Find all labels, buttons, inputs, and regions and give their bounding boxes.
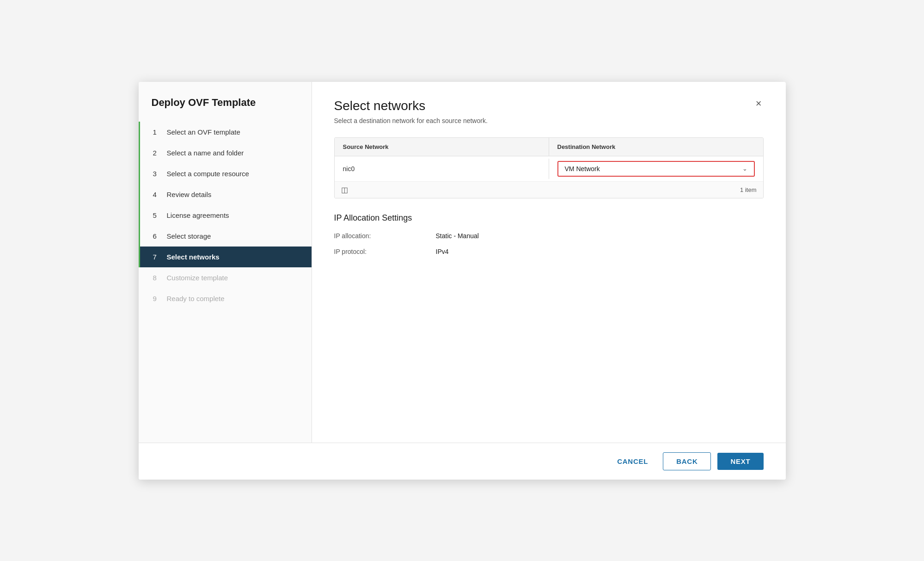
step-num-7: 7	[153, 253, 161, 261]
dest-network-value: VM Network	[565, 165, 600, 173]
dest-network-cell: VM Network ⌄	[549, 156, 763, 181]
table-footer: ◫ 1 item	[335, 182, 763, 198]
sidebar-item-6[interactable]: 6 Select storage	[139, 226, 312, 247]
step-num-2: 2	[153, 149, 161, 157]
step-label-7: Select networks	[167, 253, 220, 261]
step-label-5: License agreements	[167, 211, 229, 219]
content-header: Select networks ×	[334, 99, 764, 113]
chevron-down-icon: ⌄	[742, 165, 747, 172]
col-source-network: Source Network	[335, 138, 549, 156]
step-label-1: Select an OVF template	[167, 128, 240, 136]
table-header: Source Network Destination Network	[335, 138, 763, 156]
back-button[interactable]: BACK	[663, 452, 711, 470]
dialog-footer: CANCEL BACK NEXT	[139, 443, 786, 480]
step-num-8: 8	[153, 274, 161, 282]
ip-allocation-value: Static - Manual	[436, 232, 479, 240]
step-label-4: Review details	[167, 191, 212, 198]
step-label-9: Ready to complete	[167, 295, 225, 302]
sidebar-item-2[interactable]: 2 Select a name and folder	[139, 142, 312, 163]
ip-allocation-row: IP allocation: Static - Manual	[334, 232, 764, 240]
step-label-3: Select a compute resource	[167, 170, 249, 178]
sidebar-item-3[interactable]: 3 Select a compute resource	[139, 163, 312, 184]
step-label-2: Select a name and folder	[167, 149, 244, 157]
close-button[interactable]: ×	[754, 99, 764, 109]
main-content: Select networks × Select a destination n…	[312, 82, 786, 443]
ip-protocol-value: IPv4	[436, 248, 449, 255]
sidebar-title: Deploy OVF Template	[139, 97, 312, 122]
step-label-8: Customize template	[167, 274, 228, 282]
ip-protocol-row: IP protocol: IPv4	[334, 248, 764, 255]
sidebar-item-9: 9 Ready to complete	[139, 288, 312, 309]
sidebar-item-1[interactable]: 1 Select an OVF template	[139, 122, 312, 142]
ip-protocol-label: IP protocol:	[334, 248, 436, 255]
sidebar-item-8: 8 Customize template	[139, 267, 312, 288]
network-table: Source Network Destination Network nic0 …	[334, 137, 764, 198]
cancel-button[interactable]: CANCEL	[609, 453, 656, 470]
step-num-1: 1	[153, 128, 161, 136]
step-num-9: 9	[153, 295, 161, 302]
dest-network-dropdown[interactable]: VM Network ⌄	[557, 161, 755, 177]
deploy-ovf-dialog: Deploy OVF Template 1 Select an OVF temp…	[139, 82, 786, 480]
step-num-6: 6	[153, 232, 161, 240]
ip-allocation-title: IP Allocation Settings	[334, 213, 764, 223]
next-button[interactable]: NEXT	[717, 453, 763, 470]
sidebar-item-5[interactable]: 5 License agreements	[139, 205, 312, 226]
content-subtitle: Select a destination network for each so…	[334, 117, 764, 124]
table-row: nic0 VM Network ⌄	[335, 156, 763, 182]
col-dest-network: Destination Network	[549, 138, 763, 156]
step-num-4: 4	[153, 191, 161, 198]
source-network-value: nic0	[335, 159, 549, 179]
dialog-body: Deploy OVF Template 1 Select an OVF temp…	[139, 82, 786, 443]
sidebar: Deploy OVF Template 1 Select an OVF temp…	[139, 82, 312, 443]
sidebar-item-7[interactable]: 7 Select networks	[139, 247, 312, 267]
step-num-5: 5	[153, 211, 161, 219]
columns-icon: ◫	[341, 185, 348, 194]
step-label-6: Select storage	[167, 232, 211, 240]
ip-allocation-label: IP allocation:	[334, 232, 436, 240]
sidebar-item-4[interactable]: 4 Review details	[139, 184, 312, 205]
table-item-count: 1 item	[740, 186, 756, 193]
step-num-3: 3	[153, 170, 161, 178]
page-title: Select networks	[334, 99, 426, 113]
